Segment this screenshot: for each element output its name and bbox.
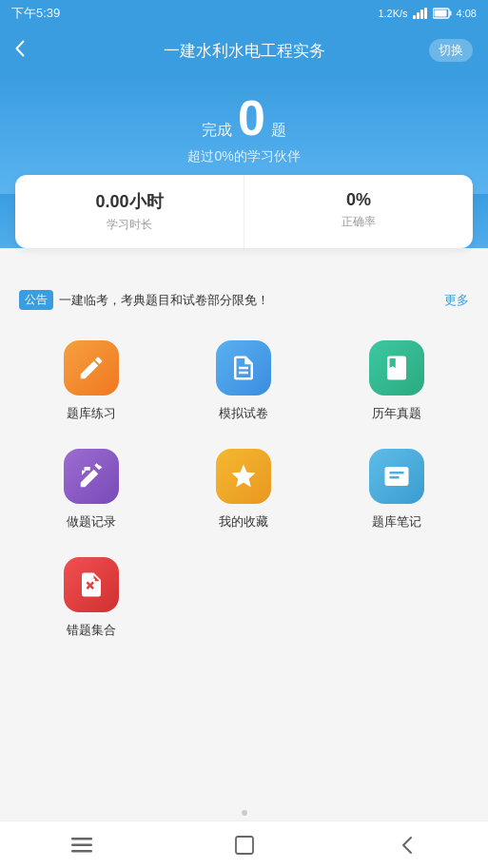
- complete-number: 0: [238, 93, 265, 143]
- svg-rect-10: [236, 837, 253, 854]
- back-button[interactable]: [15, 40, 25, 62]
- grid-menu: 题库练习 模拟试卷 历年真题: [15, 325, 473, 650]
- network-speed: 1.2K/s: [378, 8, 407, 19]
- star-icon: [229, 462, 258, 491]
- notice-bar: 公告 一建临考，考典题目和试卷部分限免！ 更多: [15, 282, 473, 318]
- accuracy-value: 0%: [346, 190, 371, 210]
- practice-label: 题库练习: [67, 405, 116, 422]
- nav-indicator: [242, 810, 247, 816]
- notice-more[interactable]: 更多: [444, 292, 469, 309]
- stats-card: 0.00小时 学习时长 0% 正确率: [15, 175, 473, 248]
- switch-button[interactable]: 切换: [429, 39, 473, 62]
- hamburger-icon: [71, 838, 92, 853]
- hero-subtext: 超过0%的学习伙伴: [187, 148, 300, 165]
- menu-item-mock[interactable]: 模拟试卷: [167, 325, 320, 434]
- stats-hours: 0.00小时 学习时长: [15, 175, 244, 248]
- nav-back-button[interactable]: [388, 826, 426, 864]
- svg-rect-8: [71, 843, 92, 846]
- complete-suffix: 题: [271, 121, 286, 141]
- complete-row: 完成 0 题: [202, 93, 286, 143]
- status-time: 下午5:39: [11, 5, 60, 22]
- svg-rect-9: [71, 850, 92, 853]
- page-title: 一建水利水电工程实务: [164, 40, 325, 62]
- favorites-icon-bg: [216, 449, 271, 504]
- favorites-label: 我的收藏: [219, 513, 268, 530]
- menu-item-practice[interactable]: 题库练习: [15, 325, 167, 434]
- accuracy-label: 正确率: [342, 214, 376, 230]
- battery-time: 4:08: [457, 8, 477, 19]
- svg-rect-1: [417, 12, 420, 19]
- nav-home-button[interactable]: [225, 826, 264, 864]
- notes-icon-bg: [369, 449, 424, 504]
- history-label: 历年真题: [372, 405, 421, 422]
- records-label: 做题记录: [67, 513, 116, 530]
- status-bar: 下午5:39 1.2K/s 4:08: [0, 0, 488, 27]
- home-icon: [235, 836, 254, 855]
- svg-rect-7: [71, 838, 92, 840]
- menu-item-records[interactable]: 做题记录: [15, 434, 167, 542]
- mistakes-label: 错题集合: [67, 622, 116, 639]
- document-icon: [229, 354, 258, 382]
- records-icon-bg: [64, 449, 119, 504]
- pen-icon: [77, 354, 106, 382]
- hours-label: 学习时长: [107, 217, 152, 233]
- svg-rect-5: [449, 11, 451, 16]
- close-doc-icon: [77, 570, 106, 599]
- svg-rect-6: [434, 10, 446, 17]
- svg-rect-3: [424, 8, 427, 19]
- mock-label: 模拟试卷: [219, 405, 268, 422]
- practice-icon-bg: [64, 340, 119, 395]
- status-right: 1.2K/s 4:08: [378, 8, 477, 19]
- bottom-nav: [0, 820, 488, 868]
- nav-menu-button[interactable]: [63, 826, 101, 864]
- hours-value: 0.00小时: [95, 190, 163, 213]
- battery-icon: [433, 8, 452, 19]
- wifi-icon: [413, 8, 428, 19]
- book-icon: [382, 354, 411, 382]
- app-header: 一建水利水电工程实务 切换: [0, 27, 488, 74]
- notes-icon: [382, 462, 411, 491]
- history-icon-bg: [369, 340, 424, 395]
- svg-rect-2: [420, 10, 423, 19]
- notice-tag: 公告: [19, 290, 53, 310]
- main-content: 公告 一建临考，考典题目和试卷部分限免！ 更多 题库练习 模拟试卷: [0, 282, 488, 650]
- hero-section: 完成 0 题 超过0%的学习伙伴 0.00小时 学习时长 0% 正确率: [0, 74, 488, 271]
- menu-item-notes[interactable]: 题库笔记: [321, 434, 473, 542]
- notice-text: 一建临考，考典题目和试卷部分限免！: [59, 292, 439, 309]
- menu-item-history[interactable]: 历年真题: [321, 325, 473, 434]
- svg-rect-0: [413, 15, 416, 19]
- mistakes-icon-bg: [64, 557, 119, 612]
- mock-icon-bg: [216, 340, 271, 395]
- menu-item-favorites[interactable]: 我的收藏: [167, 434, 320, 542]
- complete-prefix: 完成: [202, 121, 232, 141]
- quill-icon: [77, 462, 106, 491]
- back-nav-icon: [401, 836, 413, 855]
- notes-label: 题库笔记: [372, 513, 421, 530]
- stats-accuracy: 0% 正确率: [244, 175, 473, 248]
- menu-item-mistakes[interactable]: 错题集合: [15, 542, 167, 650]
